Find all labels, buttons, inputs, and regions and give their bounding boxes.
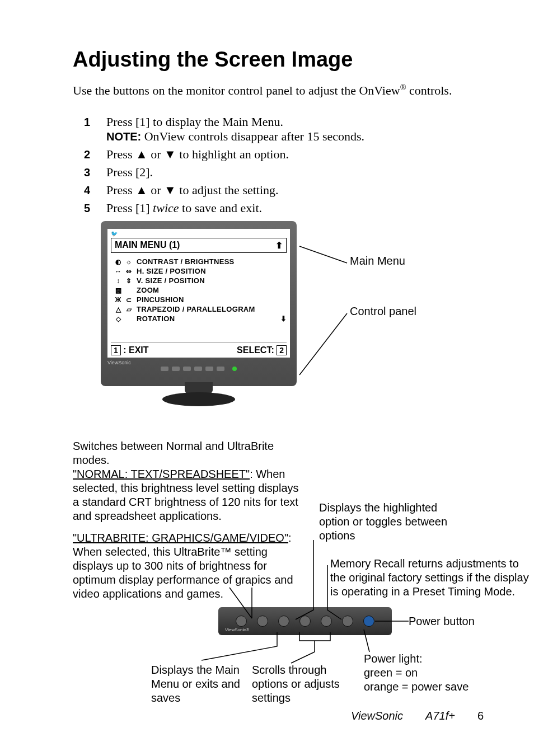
vsize-icon: ↕	[113, 277, 123, 285]
osd-title-text: MAIN MENU (1)	[115, 240, 180, 251]
note-text: OnView controls disappear after 15 secon…	[141, 129, 364, 143]
callout-power-light: Power light: green = on orange = power s…	[364, 652, 487, 694]
callout-scrolls: Scrolls through options or adjusts setti…	[252, 663, 358, 705]
pincushion2-icon: ⊂	[123, 296, 134, 304]
panel-button-memory	[342, 616, 353, 627]
brightness-icon: ☼	[123, 258, 134, 266]
modes-intro: Switches between Normal and UltraBrite m…	[73, 439, 308, 467]
step-2: Press ▲ or ▼ to highlight an option.	[73, 147, 495, 162]
step-1-text: Press [1] to display the Main Menu.	[106, 115, 283, 129]
osd-item: ↔⇔H. SIZE / POSITION	[113, 267, 287, 275]
page-footer: ViewSonic A71f+ 6	[351, 710, 484, 722]
panel-button-down	[299, 616, 311, 627]
panel-brand: ViewSonic®	[225, 627, 249, 633]
page-title: Adjusting the Screen Image	[73, 48, 495, 72]
osd-menu-list: ◐☼CONTRAST / BRIGHTNESS ↔⇔H. SIZE / POSI…	[107, 253, 290, 342]
osd-title-bar: MAIN MENU (1) ⬆	[111, 238, 287, 253]
osd-footer: 1 : EXIT SELECT: 2	[111, 342, 287, 355]
callout-memory-recall: Memory Recall returns adjustments to the…	[330, 557, 532, 599]
intro-text: Use the buttons on the monitor control p…	[73, 83, 495, 98]
osd-item: Ж⊂PINCUSHION	[113, 295, 287, 304]
zoom-icon: ▩	[113, 287, 123, 294]
panel-button-2	[278, 616, 289, 627]
bezel-button	[172, 367, 180, 371]
intro-before: Use the buttons on the monitor control p…	[73, 83, 400, 97]
bezel-brand: ViewSonic	[107, 360, 290, 365]
pincushion-icon: Ж	[113, 296, 123, 304]
osd-item: ↕⇕V. SIZE / POSITION	[113, 276, 287, 285]
osd-logo-icon: 🐦	[107, 229, 290, 237]
footer-page-number: 6	[477, 710, 484, 722]
step-5: Press [1] twice to save and exit.	[73, 201, 495, 215]
note-label: NOTE:	[106, 130, 141, 143]
monitor-bezel: 🐦 MAIN MENU (1) ⬆ ◐☼CONTRAST / BRIGHTNES…	[101, 221, 297, 386]
panel-button-1	[257, 616, 268, 627]
footer-model: A71f+	[425, 710, 455, 722]
bezel-button	[161, 367, 168, 371]
osd-key-2: 2	[277, 345, 287, 355]
intro-after: controls.	[406, 83, 452, 97]
bezel-buttons	[107, 367, 290, 371]
contrast-icon: ◐	[113, 258, 123, 266]
osd-item: ◐☼CONTRAST / BRIGHTNESS	[113, 257, 287, 266]
panel-button-mode	[236, 616, 247, 627]
trapezoid-icon: △	[113, 306, 123, 313]
step-3: Press [2].	[73, 165, 495, 180]
panel-button-up	[321, 616, 332, 627]
registered-icon: ®	[400, 83, 406, 92]
hsize-icon: ↔	[113, 267, 123, 275]
bezel-button	[205, 367, 213, 371]
lower-section: Switches between Normal and UltraBrite m…	[73, 439, 495, 601]
monitor-stand	[162, 382, 235, 413]
rotation-icon: ◇	[113, 315, 123, 323]
panel-button-power	[363, 616, 374, 627]
callout-displays-option: Displays the highlighted option or toggl…	[319, 501, 459, 543]
svg-line-0	[299, 246, 347, 263]
callout-control-panel: Control panel	[350, 305, 416, 318]
normal-mode-label: "NORMAL: TEXT/SPREADSHEET"	[73, 468, 250, 480]
step-list: Press [1] to display the Main Menu. NOTE…	[73, 115, 495, 215]
osd-list-arrow-icon: ⬇	[280, 314, 287, 323]
osd-key-1: 1	[111, 345, 121, 355]
callout-power-button: Power button	[409, 614, 475, 628]
down-arrow-icon: ▼	[164, 183, 176, 197]
up-arrow-icon: ▲	[135, 147, 148, 161]
osd-item: ▩ZOOM	[113, 286, 287, 294]
down-arrow-icon: ▼	[164, 147, 176, 161]
bezel-button	[194, 367, 202, 371]
svg-line-7	[291, 652, 315, 663]
hpos-icon: ⇔	[123, 267, 134, 275]
step-4: Press ▲ or ▼ to adjust the setting.	[73, 183, 495, 198]
vpos-icon: ⇕	[123, 277, 134, 285]
parallelogram-icon: ▱	[123, 306, 134, 313]
bezel-button	[217, 367, 224, 371]
mode-description: Switches between Normal and UltraBrite m…	[73, 439, 308, 601]
osd-item: △▱TRAPEZOID / PARALLELOGRAM	[113, 305, 287, 313]
bezel-led-icon	[232, 367, 237, 371]
callout-displays-main: Displays the Main Menu or exits and save…	[151, 663, 252, 705]
step-1: Press [1] to display the Main Menu. NOTE…	[73, 115, 495, 144]
osd-item: ◇ROTATION⬇	[113, 314, 287, 323]
osd-window: 🐦 MAIN MENU (1) ⬆ ◐☼CONTRAST / BRIGHTNES…	[107, 229, 290, 358]
osd-title-arrow-icon: ⬆	[275, 240, 283, 251]
up-arrow-icon: ▲	[135, 183, 148, 197]
monitor-illustration: 🐦 MAIN MENU (1) ⬆ ◐☼CONTRAST / BRIGHTNES…	[101, 221, 526, 434]
footer-brand: ViewSonic	[351, 710, 403, 722]
ultrabrite-mode-label: "ULTRABRITE: GRAPHICS/GAME/VIDEO"	[73, 532, 288, 544]
bezel-button	[183, 367, 191, 371]
control-panel-strip: ViewSonic®	[218, 607, 392, 635]
callout-main-menu: Main Menu	[350, 255, 405, 267]
svg-line-1	[299, 313, 347, 375]
